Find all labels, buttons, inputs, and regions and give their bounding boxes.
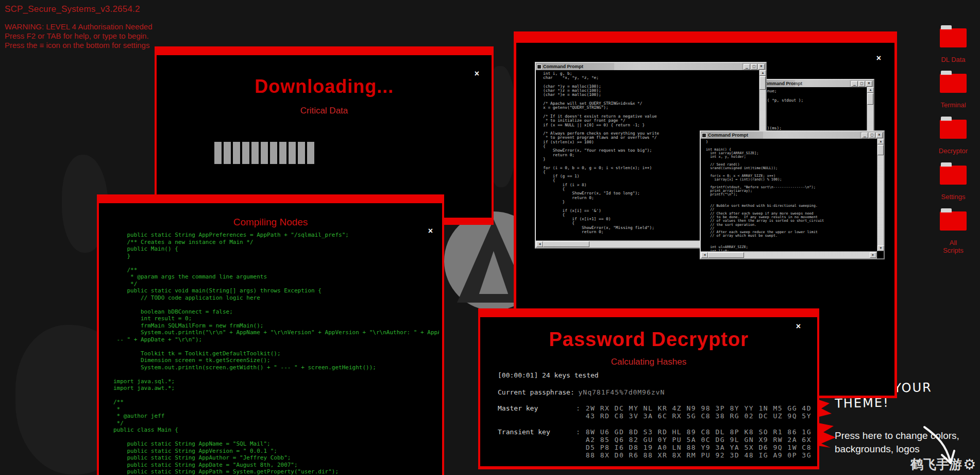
cmd3-title: Command Prompt [708,133,748,138]
cmd1-title: Command Prompt [543,64,583,69]
passphrase-value: yNq781F45%7d0M96zvN [579,388,665,396]
cmd-icon [537,64,542,69]
sidebar-item-label: Terminal [937,101,970,109]
maximize-icon[interactable]: □ [858,81,865,87]
cmd3-console-text: } int main() { int iarray[ARRAY_SIZE]; i… [701,139,877,251]
minimize-icon[interactable]: _ [861,133,868,138]
folder-icon [940,211,967,231]
scroll-thumb[interactable] [708,252,744,258]
compiling-title: Compiling Nodes [99,217,442,228]
scroll-left-icon[interactable]: ◄ [536,241,543,247]
downloading-subtitle: Critical Data [157,106,492,116]
scroll-thumb[interactable] [877,145,884,155]
help-line: Press F2 or TAB for help, or type to beg… [5,31,153,41]
cmd1-titlebar[interactable]: Command Prompt _ □ × [536,63,766,70]
scroll-thumb[interactable] [867,93,873,105]
cmd2-titlebar[interactable]: Command Prompt _ □ × [755,80,873,87]
folder-icon [940,166,967,185]
cmd2-title: Command Prompt [762,81,802,86]
gear-icon: ⚙ [963,457,976,472]
sidebar-item-decryptor[interactable]: Decryptor [937,116,970,155]
master-key-label: Master key [498,404,576,420]
maximize-icon[interactable]: □ [869,133,875,138]
master-key-value: : 2W RX DC MY NL KR 4Z N9 98 3P 8Y YY 1N… [576,404,812,420]
command-prompt-window-3: Command Prompt _ □ × } int main() { int … [700,130,885,259]
close-icon[interactable]: × [796,322,801,331]
sidebar-item-label: Decryptor [937,147,970,155]
decryptor-titlebar[interactable] [480,310,818,317]
watermark: 鹤飞手游 ⚙ [910,456,976,473]
scroll-up-icon[interactable]: ▲ [867,87,874,93]
transient-key-label: Transient key [498,428,576,459]
keys-tested-status: [00:00:01] 24 keys tested [498,371,807,379]
download-progress-bar [214,142,314,164]
settings-line: Press the ≡ icon on the bottom for setti… [5,41,153,50]
folder-icon [940,28,967,47]
close-icon[interactable]: × [758,64,765,70]
watermark-text: 鹤飞手游 [910,456,962,473]
close-icon[interactable]: × [475,69,479,78]
scroll-down-icon[interactable]: ▼ [877,245,884,251]
downloading-titlebar[interactable] [156,48,492,55]
sidebar-item-terminal[interactable]: Terminal [937,70,970,109]
hacker-typer-screen: SCP_Secure_Systems_v3.2654.2 WARNING: LE… [0,0,980,475]
compiling-code: public static String AppPreferences = Ap… [113,232,439,475]
cmd3-vertical-scrollbar[interactable]: ▲ ▼ [877,139,884,251]
cmd-icon [702,133,706,138]
scroll-thumb[interactable] [759,76,766,90]
red-jagged-pointer-icon [816,396,839,450]
system-header: SCP_Secure_Systems_v3.2654.2 WARNING: LE… [5,4,153,50]
sidebar-item-all-scripts[interactable]: All Scripts [937,208,970,254]
theme-promo-line2: backgrounds, logos [835,443,980,456]
sidebar-item-label: DL Data [937,56,970,63]
folder-icon [940,120,967,139]
scroll-thumb[interactable] [543,241,589,247]
passphrase-label: Current passphrase: [498,388,579,396]
decryptor-subtitle: Calculating Hashes [480,357,817,367]
sidebar-item-label: Settings [937,193,970,201]
scroll-up-icon[interactable]: ▲ [759,70,766,76]
sidebar-item-settings[interactable]: Settings [937,162,970,201]
theme-promo-line1: Press here to change colors, [835,429,980,443]
close-icon[interactable]: × [866,81,872,87]
compiling-titlebar[interactable] [98,196,443,203]
warning-line: WARNING: LEVEL 4 Authorisation Needed [5,22,153,31]
transient-key-value: : 8W U6 GD 8D S3 RD HL 89 C8 DL 8P K8 SO… [576,428,812,459]
sidebar-item-dl-data[interactable]: DL Data [937,25,970,63]
scroll-up-icon[interactable]: ▲ [877,139,884,144]
decryptor-window: × Password Decryptor Calculating Hashes … [478,308,819,469]
scroll-right-icon[interactable]: ► [870,252,876,258]
minimize-icon[interactable]: _ [851,81,858,87]
maximize-icon[interactable]: □ [751,64,757,70]
decryptor-title: Password Decryptor [480,329,817,351]
close-icon[interactable]: × [876,133,883,138]
cmd3-titlebar[interactable]: Command Prompt _ □ × [701,132,884,139]
terminal-panel-titlebar[interactable] [516,34,895,43]
cmd3-horizontal-scrollbar[interactable]: ◄ ► [701,251,877,258]
scroll-left-icon[interactable]: ◄ [701,252,708,258]
minimize-icon[interactable]: _ [744,64,750,70]
system-title: SCP_Secure_Systems_v3.2654.2 [5,4,153,14]
close-icon[interactable]: × [876,54,881,63]
compiling-window: × Compiling Nodes public static String A… [97,194,444,475]
sidebar-item-label: All Scripts [937,239,970,254]
downloading-title: Downloading... [157,76,492,97]
folder-icon [940,74,967,93]
